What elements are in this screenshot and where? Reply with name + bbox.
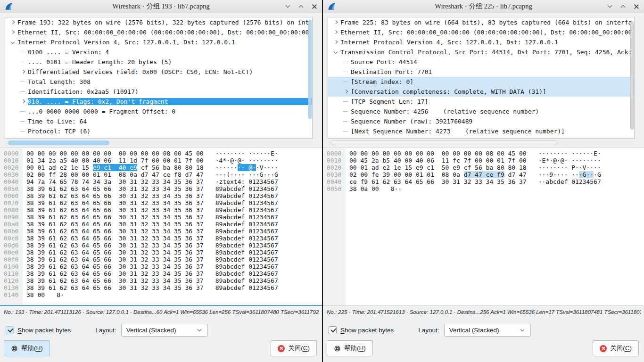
tree-row[interactable]: Differentiated Services Field: 0x00 (DSC… [5, 67, 312, 77]
hex-row[interactable]: 002000 01 ad e2 1e 15 e9 c1 50 e9 cf 56 … [323, 164, 644, 171]
hex-bytes[interactable]: 38 39 61 62 63 64 65 66 30 31 32 33 34 3… [26, 263, 204, 270]
hex-ascii[interactable]: ········ P··V···· [538, 164, 601, 171]
hex-row[interactable]: 00e038 39 61 62 63 64 65 66 30 31 32 33 … [0, 249, 322, 256]
hex-ascii[interactable]: 89abcdef 01234567 [215, 235, 278, 242]
hex-ascii[interactable]: 89abcdef 01234567 [215, 249, 278, 256]
tree-row[interactable]: 010. .... = Flags: 0x2, Don't fragment [5, 97, 312, 107]
hex-bytes[interactable]: 38 39 61 62 63 64 65 66 30 31 32 33 34 3… [26, 221, 204, 228]
titlebar[interactable]: Wireshark · 分组 193 · lib7.pcapng [0, 0, 322, 13]
tree-row[interactable]: Sequence Number (raw): 3921760489 [328, 116, 634, 126]
show-packet-bytes-checkbox[interactable] [329, 326, 337, 334]
show-packet-bytes-label[interactable]: Show packet bytes [17, 327, 71, 334]
hex-bytes[interactable]: 00 00 00 00 00 00 00 00 00 00 00 00 08 0… [26, 150, 204, 157]
hex-ascii[interactable]: 89abcdef 01234567 [215, 270, 278, 277]
show-packet-bytes-checkbox[interactable] [6, 326, 14, 334]
expander-collapsed-icon[interactable] [20, 99, 26, 105]
hex-bytes[interactable]: 38 39 61 62 63 64 65 66 30 31 32 33 34 3… [26, 277, 204, 284]
titlebar[interactable]: Wireshark · 分组 225 · lib7.pcapng [323, 0, 644, 13]
tree-row[interactable]: Total Length: 308 [5, 77, 312, 87]
hex-ascii[interactable]: 8·· [391, 185, 402, 192]
hex-ascii[interactable]: 89abcdef 01234567 [215, 192, 278, 199]
hex-bytes[interactable]: 38 0a 00 [349, 185, 379, 192]
hex-bytes[interactable]: 38 39 61 62 63 64 65 66 30 31 32 33 34 3… [26, 249, 204, 256]
hex-row[interactable]: 002000 01 ad e2 1e 15 e9 c1 40 e9 cf 56 … [0, 164, 322, 171]
tree-row[interactable]: Transmission Control Protocol, Src Port:… [328, 47, 634, 57]
hex-row[interactable]: 008038 39 61 62 63 64 65 66 30 31 32 33 … [0, 206, 322, 214]
hex-ascii[interactable]: 8· [57, 291, 64, 298]
hex-ascii[interactable]: 89abcdef 01234567 [215, 206, 278, 214]
tree-row[interactable]: Sequence Number: 4256 (relative sequence… [328, 107, 634, 116]
hex-bytes[interactable]: 38 39 61 62 63 64 65 66 30 31 32 33 34 3… [26, 185, 204, 192]
hex-ascii[interactable]: ·4*·@·@· ········ [215, 157, 278, 164]
hex-row[interactable]: 001001 34 2a a5 40 00 40 06 11 1d 7f 00 … [0, 157, 322, 164]
tree-row[interactable]: [Stream index: 0] [328, 77, 634, 87]
hex-ascii[interactable]: ·ztext4: 01234567 [215, 178, 278, 185]
hex-bytes[interactable]: 94 7a 74 65 78 74 34 3a 30 31 32 33 34 3… [26, 178, 204, 185]
hex-row[interactable]: 00b038 39 61 62 63 64 65 66 30 31 32 33 … [0, 228, 322, 235]
hex-row[interactable]: 004094 7a 74 65 78 74 34 3a 30 31 32 33 … [0, 178, 322, 185]
tree-row[interactable]: Frame 225: 83 bytes on wire (664 bits), … [328, 17, 634, 27]
tree-row[interactable]: Acknowledgment Number: 1 (relative ack n… [328, 136, 634, 139]
expander-collapsed-icon[interactable] [343, 89, 349, 95]
hex-bytes[interactable]: 38 39 61 62 63 64 65 66 30 31 32 33 34 3… [26, 214, 204, 221]
hex-bytes[interactable]: ce f9 61 62 63 64 65 66 30 31 32 33 34 3… [349, 178, 527, 185]
hex-row[interactable]: 010038 39 61 62 63 64 65 66 30 31 32 33 … [0, 263, 322, 270]
close-button[interactable]: 关闭(C) [271, 340, 317, 356]
help-button[interactable]: 帮助(H) [327, 340, 373, 356]
hex-row[interactable]: 005038 39 61 62 63 64 65 66 30 31 32 33 … [0, 185, 322, 192]
hex-ascii[interactable]: ·E*·@·@· ········ [538, 157, 601, 164]
layout-select[interactable]: Vertical (Stacked) [444, 324, 531, 337]
hex-row[interactable]: 009038 39 61 62 63 64 65 66 30 31 32 33 … [0, 214, 322, 221]
hex-ascii[interactable]: 89abcdef 01234567 [215, 277, 278, 284]
hex-bytes[interactable]: 38 39 61 62 63 64 65 66 30 31 32 33 34 3… [26, 235, 204, 242]
tree-row[interactable]: Source Port: 44514 [328, 57, 634, 67]
tree-row[interactable]: Internet Protocol Version 4, Src: 127.0.… [5, 37, 312, 47]
tree-row[interactable]: [Next Sequence Number: 4273 (relative se… [328, 126, 634, 136]
hex-ascii[interactable]: ········ @··V···· [215, 164, 278, 171]
tree-row[interactable]: ...0 0000 0000 0000 = Fragment Offset: 0 [5, 107, 312, 116]
hex-ascii[interactable]: 89abcdef 01234567 [215, 214, 278, 221]
tree-hscroll-thumb[interactable] [8, 140, 109, 145]
close-button[interactable]: 关闭(C) [593, 340, 639, 356]
hex-bytes[interactable]: 38 39 61 62 63 64 65 66 30 31 32 33 34 3… [26, 192, 204, 199]
hex-row[interactable]: 00c038 39 61 62 63 64 65 66 30 31 32 33 … [0, 235, 322, 242]
hex-bytes[interactable]: 38 39 61 62 63 64 65 66 30 31 32 33 34 3… [26, 256, 204, 263]
hex-bytes[interactable]: 38 39 61 62 63 64 65 66 30 31 32 33 34 3… [26, 284, 204, 291]
hex-bytes[interactable]: 00 00 00 00 00 00 00 00 00 00 00 00 08 0… [349, 150, 527, 157]
hex-bytes[interactable]: 02 00 fe 39 00 00 01 01 08 0a d7 47 ce f… [349, 171, 527, 178]
hex-bytes[interactable]: 38 39 61 62 63 64 65 66 30 31 32 33 34 3… [26, 228, 204, 235]
hex-ascii[interactable]: 89abcdef 01234567 [215, 284, 278, 291]
hex-row[interactable]: 003002 00 fe 39 00 00 01 01 08 0a d7 47 … [323, 171, 644, 178]
hex-bytes[interactable]: 38 39 61 62 63 64 65 66 30 31 32 33 34 3… [26, 206, 204, 214]
hex-bytes[interactable]: 00 45 2a b5 40 00 40 06 11 fc 7f 00 00 0… [349, 157, 527, 164]
chevron-down-icon[interactable] [606, 3, 614, 10]
hex-row[interactable]: 00d038 39 61 62 63 64 65 66 30 31 32 33 … [0, 242, 322, 249]
tree-vscrollbar[interactable] [308, 17, 312, 138]
hex-ascii[interactable]: 89abcdef 01234567 [215, 228, 278, 235]
expander-collapsed-icon[interactable] [333, 19, 339, 25]
tree-row[interactable]: .... 0101 = Header Length: 20 bytes (5) [5, 57, 312, 67]
chevron-up-icon[interactable] [619, 3, 627, 10]
hex-ascii[interactable]: 89abcdef 01234567 [215, 256, 278, 263]
hex-row[interactable]: 006038 39 61 62 63 64 65 66 30 31 32 33 … [0, 192, 322, 199]
tree-row[interactable]: Time to Live: 64 [5, 116, 312, 126]
hex-row[interactable]: 005038 0a 008·· [323, 185, 644, 192]
hex-row[interactable]: 000000 00 00 00 00 00 00 00 00 00 00 00 … [0, 150, 322, 157]
tree-hscrollbar[interactable] [328, 140, 635, 145]
hex-ascii[interactable]: 89abcdef 01234567 [215, 242, 278, 249]
tree-row[interactable]: [Conversation completeness: Complete, WI… [328, 87, 634, 97]
expander-collapsed-icon[interactable] [10, 29, 16, 35]
hex-ascii[interactable]: 89abcdef 01234567 [215, 221, 278, 228]
chevron-down-icon[interactable] [284, 3, 292, 10]
tree-row[interactable]: Internet Protocol Version 4, Src: 127.0.… [328, 37, 634, 47]
expander-collapsed-icon[interactable] [20, 69, 26, 75]
hex-row[interactable]: 00a038 39 61 62 63 64 65 66 30 31 32 33 … [0, 221, 322, 228]
hex-row[interactable]: 013038 39 61 62 63 64 65 66 30 31 32 33 … [0, 284, 322, 291]
hex-ascii[interactable]: ···9···· ···G···G [538, 171, 601, 178]
ascii-selected-bytes[interactable]: ·G·· [579, 171, 594, 178]
hex-ascii[interactable]: 89abcdef 01234567 [215, 199, 278, 206]
hex-row[interactable]: 003002 00 ff 28 00 00 01 01 08 0a d7 47 … [0, 171, 322, 178]
help-button[interactable]: 帮助(H) [4, 340, 50, 356]
tree-row[interactable]: Identification: 0x2aa5 (10917) [5, 87, 312, 97]
hex-bytes[interactable]: 38 00 [26, 291, 45, 298]
